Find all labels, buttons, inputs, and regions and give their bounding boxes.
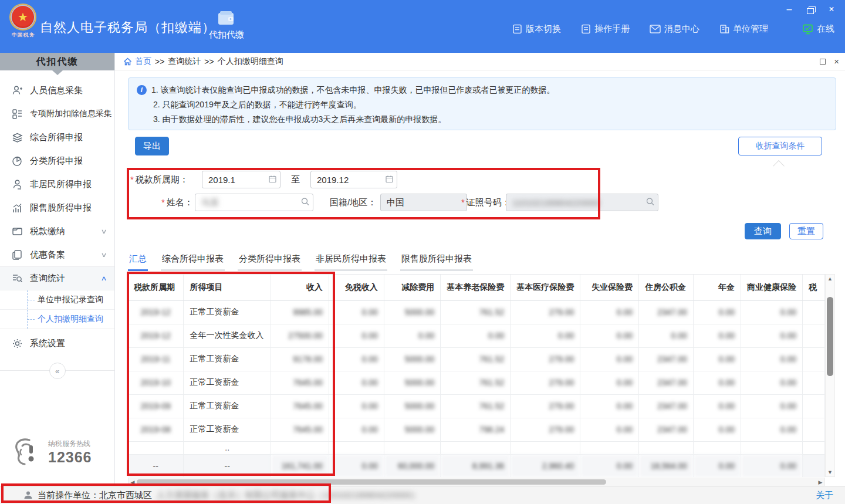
tab-daikou-daijiao[interactable]: 代扣代缴 [204,11,249,48]
main-panel: 首页 >> 查询统计 >> 个人扣缴明细查询 × i1. 该查询统计表仅能查询已… [115,53,845,486]
panel-maximize-icon[interactable] [820,59,826,65]
tab-classified-income[interactable]: 分类所得申报表 [238,250,302,271]
id-number-input[interactable]: 110102199904220000 [506,194,658,211]
table-cell [803,324,825,347]
breadcrumb-home[interactable]: 首页 [123,56,151,67]
home-icon [123,57,132,66]
period-from-input[interactable]: 2019.1 [202,171,280,188]
vertical-scrollbar[interactable]: ▲ ▼ [825,274,835,477]
table-cell [803,454,825,477]
table-cell: 0.00 [511,324,580,347]
sidebar-item-classified-income[interactable]: 分类所得申报 [0,149,114,172]
horizontal-scrollbar[interactable]: ◀ ▶ [128,478,825,486]
scroll-up-arrow[interactable]: ▲ [826,275,834,283]
sidebar-item-restricted-stock[interactable]: 限售股所得申报 [0,196,114,219]
header-cell: 失业保险费 [580,275,639,300]
table-cell [803,418,825,441]
table-cell: 761.52 [441,347,511,371]
search-list-icon [12,273,23,284]
table-cell: 全年一次性奖金收入 [184,324,271,347]
export-button[interactable]: 导出 [135,137,169,155]
table-cell: 0.00 [580,418,639,441]
sidebar-item-preferential-filing[interactable]: 优惠备案 ∨ [0,243,114,266]
collapse-query-button[interactable]: 收折查询条件 [738,137,822,155]
table-cell: 2019-12 [128,324,184,347]
sidebar-item-label: 税款缴纳 [30,226,94,237]
sidebar-item-system-settings[interactable]: 系统设置 [0,332,114,355]
scroll-down-arrow[interactable]: ▼ [826,468,834,476]
menu-message-center[interactable]: 消息中心 [650,23,699,35]
table-cell [511,441,580,454]
table-cell: 0.00 [741,324,803,347]
sidebar-collapse-button[interactable]: « [49,363,66,379]
calendar-icon[interactable] [269,175,276,185]
menu-version-switch[interactable]: 版本切换 [512,23,561,35]
table-cell: 0.00 [693,454,741,477]
table-cell: 7645.00 [271,418,329,441]
menu-label: 单位管理 [733,23,768,35]
period-from-value: 2019.1 [208,175,235,185]
chevron-down-icon: ∨ [100,228,107,235]
search-icon[interactable] [646,198,654,208]
table-cell: 9985.00 [271,300,329,324]
search-icon[interactable] [301,198,309,208]
table-row: .. [128,441,825,454]
header-cell: 免税收入 [329,275,384,300]
menu-online-status[interactable]: 在线 [802,23,834,35]
sidebar-item-tax-payment[interactable]: 税款缴纳 ∨ [0,219,114,243]
breadcrumb: 首页 >> 查询统计 >> 个人扣缴明细查询 × [115,53,845,70]
tax-bureau-logo: ★ 中国税务 [9,4,38,42]
nationality-label: 国籍/地区： [330,197,376,208]
breadcrumb-item: 查询统计 [168,56,201,67]
menu-unit-management[interactable]: 单位管理 [719,23,768,35]
table-cell [803,347,825,371]
table-cell: 0.00 [580,347,639,371]
table-cell: 0.00 [580,454,639,477]
table-cell: 0.00 [693,418,741,441]
online-monitor-icon [802,24,813,35]
panel-close-icon[interactable]: × [834,57,839,66]
calendar-icon[interactable] [386,175,393,185]
sidebar-item-special-deduction[interactable]: 专项附加扣除信息采集 [0,102,114,126]
sidebar-item-label: 分类所得申报 [30,155,106,167]
sidebar-item-comprehensive-income[interactable]: 综合所得申报 [0,126,114,149]
horizontal-scroll-thumb[interactable] [137,479,606,485]
submenu-personal-withholding-detail[interactable]: 个人扣缴明细查询 [0,309,114,329]
scroll-left-arrow[interactable]: ◀ [129,478,137,486]
document-icon [581,24,591,34]
table-cell: 18,564.00 [639,454,694,477]
table-cell: 正常工资薪金 [184,300,271,324]
sidebar-item-query-statistics[interactable]: 查询统计 ∧ [0,266,114,290]
tab-comprehensive-income[interactable]: 综合所得申报表 [161,250,225,271]
breadcrumb-separator: >> [155,57,164,66]
person-plus-icon [12,85,23,96]
chevron-up-icon: ∧ [100,275,107,282]
restore-button[interactable] [803,4,818,15]
submenu-unit-declaration-record[interactable]: 单位申报记录查询 [0,290,114,309]
period-to-input[interactable]: 2019.12 [310,171,397,188]
minimize-button[interactable]: – [782,4,797,15]
nationality-value: 中国 [387,197,404,208]
tab-restricted-stock[interactable]: 限售股所得申报表 [400,250,473,271]
table-cell [384,441,441,454]
table-row: 2019-10正常工资薪金7645.000.005000.00761.52279… [128,371,825,394]
query-button[interactable]: 查询 [745,223,781,239]
table-cell: 2347.00 [639,300,694,324]
vertical-scroll-thumb[interactable] [827,297,833,376]
tab-nonresident-income[interactable]: 非居民所得申报表 [315,250,387,271]
about-link[interactable]: 关于 [816,490,833,501]
scroll-right-arrow[interactable]: ▶ [816,478,824,486]
tab-summary[interactable]: 汇总 [128,250,148,271]
sidebar-item-nonresident-income[interactable]: 非居民所得申报 [0,172,114,196]
table-cell: 5000.00 [384,300,441,324]
sidebar: 代扣代缴 人员信息采集 专项附加扣除信息采集 综合所得申报 分类所得申报 非居民… [0,53,115,486]
reset-button[interactable]: 重置 [789,223,823,239]
to-label: 至 [291,174,300,185]
menu-manual[interactable]: 操作手册 [581,23,630,35]
close-button[interactable]: × [824,4,839,15]
table-cell: 279.00 [511,394,580,418]
period-to-value: 2019.12 [317,175,349,185]
sidebar-item-personnel-info[interactable]: 人员信息采集 [0,79,114,102]
name-input[interactable]: 马某 [195,194,313,211]
chevron-down-icon: ∨ [100,251,107,259]
